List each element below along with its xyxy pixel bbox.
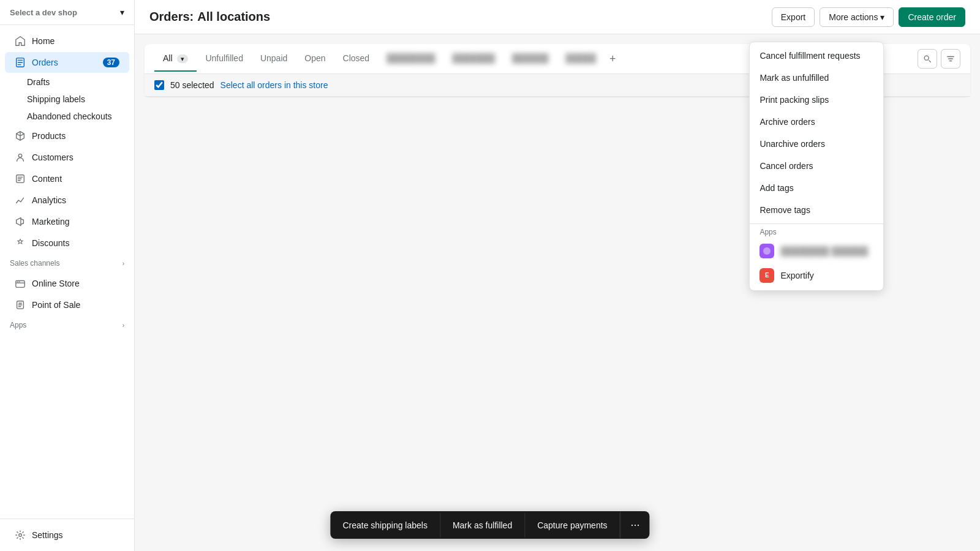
sidebar-item-discounts[interactable]: Discounts	[5, 233, 129, 253]
dropdown-mark-unfulfilled[interactable]: Mark as unfulfilled	[750, 67, 883, 89]
more-actions-label: More actions	[829, 12, 878, 22]
analytics-icon	[15, 195, 26, 206]
orders-badge: 37	[103, 58, 119, 67]
sidebar-item-online-store-label: Online Store	[32, 279, 80, 288]
tab-5[interactable]: ████████	[378, 46, 443, 72]
settings-icon	[15, 530, 26, 541]
location-selector[interactable]: All locations	[197, 10, 270, 24]
sidebar-item-marketing[interactable]: Marketing	[5, 211, 129, 232]
products-icon	[15, 130, 26, 141]
selection-count: 50 selected	[170, 80, 214, 90]
dropdown-unarchive-orders[interactable]: Unarchive orders	[750, 133, 883, 155]
topbar: Orders: All locations Export More action…	[135, 0, 980, 34]
select-all-link[interactable]: Select all orders in this store	[221, 80, 328, 90]
action-bar: Create shipping labels Mark as fulfilled…	[330, 511, 649, 539]
dropdown-print-packing[interactable]: Print packing slips	[750, 89, 883, 111]
app1-icon	[760, 244, 774, 258]
mark-as-fulfilled-button[interactable]: Mark as fulfilled	[440, 513, 525, 538]
sidebar-item-settings[interactable]: Settings	[5, 525, 129, 545]
apps-section[interactable]: Apps ›	[0, 316, 134, 334]
sales-channels-section[interactable]: Sales channels ›	[0, 254, 134, 272]
dropdown-remove-tags[interactable]: Remove tags	[750, 199, 883, 221]
dropdown-add-tags[interactable]: Add tags	[750, 177, 883, 199]
sidebar-item-online-store[interactable]: Online Store	[5, 273, 129, 294]
apps-label: Apps	[10, 321, 26, 329]
svg-point-5	[19, 281, 20, 282]
more-actions-dropdown: Cancel fulfillment requests Mark as unfu…	[749, 42, 884, 291]
sidebar-item-discounts-label: Discounts	[32, 238, 69, 248]
svg-point-8	[19, 534, 22, 537]
capture-payments-button[interactable]: Capture payments	[525, 513, 620, 538]
sidebar-item-analytics-label: Analytics	[32, 195, 66, 205]
sidebar-item-orders-label: Orders	[32, 58, 58, 67]
sidebar-item-content-label: Content	[32, 174, 62, 184]
svg-rect-3	[16, 281, 24, 288]
tab-closed[interactable]: Closed	[334, 46, 379, 72]
more-actions-button[interactable]: More actions ▾	[820, 7, 894, 27]
sidebar-bottom: Settings	[0, 519, 134, 551]
marketing-icon	[15, 216, 26, 227]
tab-6[interactable]: ███████	[444, 46, 503, 72]
search-filter-button[interactable]	[918, 49, 937, 69]
dropdown-archive-orders[interactable]: Archive orders	[750, 111, 883, 133]
store-selector[interactable]: Select a dev shop ▾	[0, 0, 134, 25]
dropdown-apps-section: Apps	[750, 223, 883, 239]
dropdown-exportify[interactable]: E Exportify	[750, 263, 883, 288]
action-bar-more-button[interactable]: ···	[620, 511, 650, 539]
sidebar-item-orders[interactable]: Orders 37	[5, 52, 129, 73]
more-actions-container: More actions ▾ Cancel fulfillment reques…	[820, 7, 894, 27]
dropdown-cancel-fulfillment[interactable]: Cancel fulfillment requests	[750, 45, 883, 67]
create-order-button[interactable]: Create order	[899, 7, 965, 27]
add-tab-button[interactable]: +	[605, 45, 621, 73]
orders-icon	[15, 57, 26, 68]
page-title-text: Orders:	[149, 10, 194, 24]
sidebar-item-point-of-sale-label: Point of Sale	[32, 300, 80, 310]
table-search-filter	[918, 44, 960, 73]
sales-channels-label: Sales channels	[10, 259, 59, 268]
select-all-checkbox[interactable]	[154, 80, 164, 90]
tab-unpaid[interactable]: Unpaid	[252, 46, 296, 72]
tab-all-label: All	[163, 53, 173, 63]
svg-rect-7	[18, 302, 21, 304]
page-title: Orders: All locations	[149, 10, 270, 24]
sidebar-item-products[interactable]: Products	[5, 126, 129, 146]
sort-button[interactable]	[941, 49, 960, 69]
topbar-actions: Export More actions ▾ Cancel fulfillment…	[772, 7, 965, 27]
content-icon	[15, 173, 26, 184]
sidebar-item-customers-label: Customers	[32, 152, 74, 162]
svg-point-10	[924, 56, 929, 60]
tab-all[interactable]: All ▾	[154, 46, 197, 72]
sidebar-item-analytics[interactable]: Analytics	[5, 190, 129, 211]
dropdown-app-1[interactable]: ████████ ██████	[750, 239, 883, 263]
discounts-icon	[15, 238, 26, 249]
tab-7[interactable]: ██████	[503, 46, 557, 72]
sidebar-item-customers[interactable]: Customers	[5, 147, 129, 168]
tab-open[interactable]: Open	[296, 46, 334, 72]
sidebar: Select a dev shop ▾ Home Orders 37 Draft…	[0, 0, 135, 551]
export-button[interactable]: Export	[772, 7, 815, 27]
sales-channels-chevron: ›	[123, 260, 124, 267]
home-icon	[15, 36, 26, 47]
svg-point-9	[763, 247, 771, 255]
sidebar-nav: Home Orders 37 Drafts Shipping labels Ab…	[0, 25, 134, 519]
store-selector-chevron: ▾	[120, 7, 124, 17]
exportify-label: Exportify	[780, 271, 813, 280]
svg-point-1	[18, 154, 21, 157]
point-of-sale-icon	[15, 299, 26, 310]
customers-icon	[15, 152, 26, 163]
sidebar-item-point-of-sale[interactable]: Point of Sale	[5, 294, 129, 315]
sidebar-item-home-label: Home	[32, 36, 55, 46]
sidebar-item-drafts[interactable]: Drafts	[27, 73, 134, 91]
sidebar-item-shipping-labels[interactable]: Shipping labels	[27, 91, 134, 108]
sidebar-item-home[interactable]: Home	[5, 31, 129, 51]
sidebar-item-abandoned-checkouts[interactable]: Abandoned checkouts	[27, 108, 134, 125]
sidebar-item-marketing-label: Marketing	[32, 217, 69, 227]
tab-8[interactable]: █████	[557, 46, 605, 72]
sidebar-item-content[interactable]: Content	[5, 168, 129, 189]
tab-unfulfilled[interactable]: Unfulfilled	[197, 46, 251, 72]
create-shipping-labels-button[interactable]: Create shipping labels	[330, 513, 440, 538]
dropdown-cancel-orders[interactable]: Cancel orders	[750, 155, 883, 177]
online-store-icon	[15, 278, 26, 289]
exportify-icon: E	[760, 268, 774, 283]
orders-subitems: Drafts Shipping labels Abandoned checkou…	[0, 73, 134, 125]
